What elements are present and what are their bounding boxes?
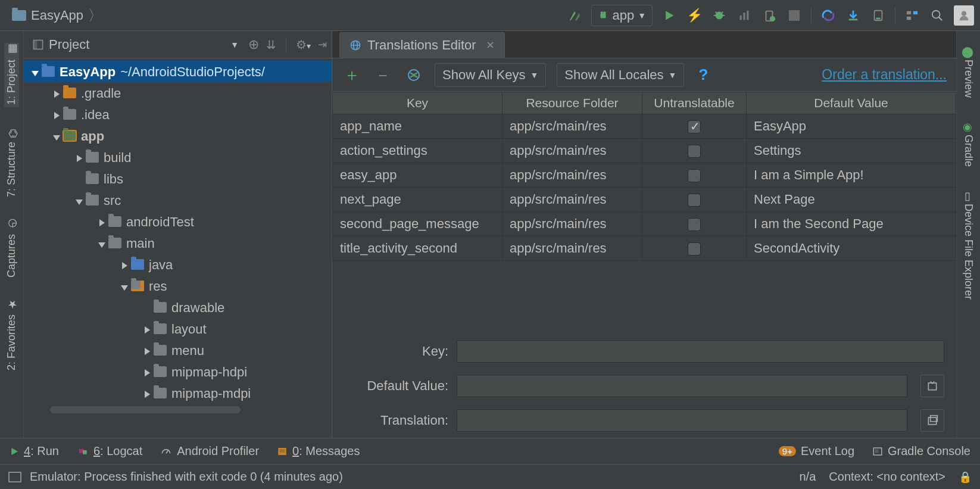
project-tree[interactable]: EasyApp ~/AndroidStudioProjects/ .gradle… — [24, 58, 332, 438]
col-key[interactable]: Key — [333, 92, 503, 114]
tool-window-toggle-icon[interactable] — [8, 472, 21, 482]
order-translation-link[interactable]: Order a translation... — [822, 67, 947, 83]
checkbox[interactable] — [688, 242, 701, 256]
checkbox[interactable] — [688, 194, 701, 207]
help-icon[interactable]: ? — [698, 66, 708, 84]
tool-device-file-explorer[interactable]: ▯Device File Explorer — [961, 187, 976, 302]
tool-android-profiler[interactable]: Android Profiler — [160, 444, 259, 458]
cell-key[interactable]: app_name — [333, 114, 503, 139]
cell-untranslatable[interactable] — [642, 188, 747, 212]
make-project-button[interactable] — [563, 4, 586, 27]
tree-node-androidtest[interactable]: androidTest — [24, 211, 332, 232]
cell-folder[interactable]: app/src/main/res — [503, 139, 642, 163]
tree-node-java[interactable]: java — [24, 254, 332, 275]
table-row[interactable]: app_nameapp/src/main/resEasyApp — [333, 114, 956, 139]
col-untranslatable[interactable]: Untranslatable — [642, 92, 747, 114]
attach-debugger-button[interactable] — [757, 4, 781, 27]
keys-filter-dropdown[interactable]: Show All Keys▼ — [435, 63, 546, 87]
locate-icon[interactable]: ⊕ — [248, 37, 259, 52]
sync-button[interactable] — [816, 4, 840, 27]
tool-favorites[interactable]: 2: Favorites★ — [4, 298, 19, 373]
tree-node-gradle[interactable]: .gradle — [24, 82, 332, 104]
tree-node-idea[interactable]: .idea — [24, 104, 332, 125]
project-structure-button[interactable] — [900, 4, 924, 27]
browse-default-button[interactable] — [920, 375, 944, 397]
avd-manager-button[interactable] — [841, 4, 865, 27]
col-folder[interactable]: Resource Folder — [503, 92, 642, 114]
table-row[interactable]: second_page_messageapp/src/main/resI am … — [333, 212, 956, 236]
lock-icon[interactable]: 🔒 — [959, 471, 972, 484]
browse-translation-button[interactable] — [920, 409, 944, 432]
apply-changes-button[interactable]: ⚡ — [682, 4, 706, 27]
cell-untranslatable[interactable] — [642, 163, 747, 188]
checkbox[interactable] — [688, 169, 701, 182]
status-context[interactable]: Context: <no context> — [829, 470, 945, 484]
hide-icon[interactable]: ⇥ — [318, 38, 327, 51]
cell-key[interactable]: title_activity_second — [333, 236, 503, 261]
close-icon[interactable]: ✕ — [486, 39, 495, 52]
translation-field[interactable] — [457, 409, 907, 432]
cell-untranslatable[interactable] — [642, 139, 747, 163]
tool-run[interactable]: 4: Run — [10, 444, 59, 458]
tab-translations-editor[interactable]: Translations Editor ✕ — [339, 32, 505, 58]
cell-default[interactable]: Next Page — [747, 188, 956, 212]
cell-key[interactable]: next_page — [333, 188, 503, 212]
table-row[interactable]: title_activity_secondapp/src/main/resSec… — [333, 236, 956, 261]
checkbox[interactable] — [688, 145, 701, 158]
tree-node-mipmap-hdpi[interactable]: mipmap-hdpi — [24, 361, 332, 382]
tree-node-build[interactable]: build — [24, 147, 332, 168]
table-row[interactable]: next_pageapp/src/main/resNext Page — [333, 188, 956, 212]
user-avatar[interactable] — [954, 5, 974, 26]
col-default[interactable]: Default Value — [747, 92, 956, 114]
locales-filter-dropdown[interactable]: Show All Locales▼ — [557, 63, 684, 87]
checkbox[interactable] — [688, 120, 701, 133]
gear-icon[interactable]: ⚙▾ — [296, 38, 311, 52]
cell-untranslatable[interactable] — [642, 114, 747, 139]
cell-folder[interactable]: app/src/main/res — [503, 236, 642, 261]
tool-structure[interactable]: 7: Structure⌬ — [4, 125, 19, 200]
cell-folder[interactable]: app/src/main/res — [503, 114, 642, 139]
key-field[interactable] — [457, 340, 944, 363]
cell-folder[interactable]: app/src/main/res — [503, 212, 642, 236]
tree-node-drawable[interactable]: ·drawable — [24, 297, 332, 318]
cell-default[interactable]: EasyApp — [747, 114, 956, 139]
tree-node-src[interactable]: src — [24, 189, 332, 211]
horizontal-scrollbar[interactable] — [50, 406, 241, 413]
add-key-button[interactable]: ＋ — [342, 65, 362, 85]
tool-gradle[interactable]: ◉Gradle — [961, 118, 976, 169]
tool-preview[interactable]: ⬤Preview — [961, 43, 976, 100]
table-row[interactable]: action_settingsapp/src/main/resSettings — [333, 139, 956, 163]
stop-button[interactable] — [782, 4, 806, 27]
project-view-selector[interactable]: Project ▼ — [32, 37, 242, 52]
cell-key[interactable]: easy_app — [333, 163, 503, 188]
default-value-field[interactable] — [457, 375, 907, 397]
table-row[interactable]: easy_appapp/src/main/resI am a Simple Ap… — [333, 163, 956, 188]
tool-logcat[interactable]: 6: Logcat — [77, 444, 142, 458]
tree-node-mipmap-mdpi[interactable]: mipmap-mdpi — [24, 382, 332, 404]
remove-key-button[interactable]: － — [373, 65, 393, 85]
tree-node-layout[interactable]: layout — [24, 318, 332, 340]
collapse-all-icon[interactable]: ⇊ — [266, 38, 276, 52]
cell-key[interactable]: action_settings — [333, 139, 503, 163]
tree-root[interactable]: EasyApp ~/AndroidStudioProjects/ — [24, 61, 332, 82]
run-configuration-selector[interactable]: app ▼ — [591, 5, 653, 26]
tool-messages[interactable]: 0: Messages — [277, 444, 360, 458]
cell-folder[interactable]: app/src/main/res — [503, 188, 642, 212]
checkbox[interactable] — [688, 218, 701, 231]
add-locale-button[interactable] — [404, 65, 424, 85]
tool-captures[interactable]: Captures◴ — [4, 217, 19, 280]
debug-button[interactable] — [707, 4, 731, 27]
tree-node-main[interactable]: main — [24, 232, 332, 254]
cell-default[interactable]: I am the Second Page — [747, 212, 956, 236]
search-everywhere-button[interactable] — [925, 4, 949, 27]
tool-gradle-console[interactable]: Gradle Console — [872, 444, 970, 458]
tool-project[interactable]: 1: Project▦ — [4, 43, 19, 107]
tree-node-app[interactable]: app — [24, 125, 332, 147]
profile-button[interactable] — [732, 4, 756, 27]
tree-node-menu[interactable]: menu — [24, 340, 332, 361]
tree-node-res[interactable]: res — [24, 275, 332, 297]
cell-folder[interactable]: app/src/main/res — [503, 163, 642, 188]
tree-node-libs[interactable]: ·libs — [24, 168, 332, 189]
run-button[interactable] — [657, 4, 681, 27]
breadcrumb[interactable]: EasyApp 〉 — [0, 0, 112, 30]
